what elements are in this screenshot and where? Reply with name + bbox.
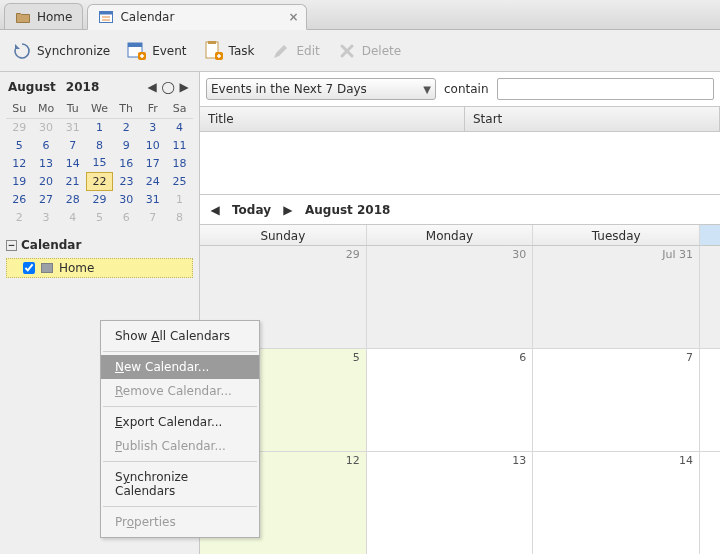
mini-day[interactable]: 16 bbox=[113, 154, 140, 172]
mini-day[interactable]: 7 bbox=[140, 208, 167, 226]
calendar-name: Home bbox=[59, 261, 94, 275]
prev-month-button[interactable]: ◀ bbox=[145, 80, 159, 94]
prev-button[interactable]: ◀ bbox=[208, 203, 222, 217]
context-menu: Show All Calendars New Calendar... Remov… bbox=[100, 320, 260, 538]
column-start[interactable]: Start bbox=[465, 107, 720, 131]
menu-remove-calendar: Remove Calendar... bbox=[101, 379, 259, 403]
mini-day[interactable]: 19 bbox=[6, 172, 33, 190]
next-month-button[interactable]: ▶ bbox=[177, 80, 191, 94]
filter-input[interactable] bbox=[497, 78, 714, 100]
mini-day[interactable]: 6 bbox=[33, 136, 60, 154]
calendar-section-header[interactable]: − Calendar bbox=[6, 232, 193, 252]
menu-synchronize-calendars[interactable]: Synchronize Calendars bbox=[101, 465, 259, 503]
tab-label: Calendar bbox=[120, 10, 174, 24]
mini-dow: Th bbox=[113, 100, 140, 118]
day-cell[interactable]: 14 bbox=[533, 452, 700, 554]
pencil-icon bbox=[270, 40, 292, 62]
svg-rect-8 bbox=[208, 41, 216, 44]
mini-dow: Sa bbox=[166, 100, 193, 118]
mini-day[interactable]: 14 bbox=[59, 154, 86, 172]
mini-day[interactable]: 8 bbox=[86, 136, 113, 154]
edit-button: Edit bbox=[263, 35, 326, 67]
synchronize-button[interactable]: Synchronize bbox=[4, 35, 117, 67]
column-title[interactable]: Title bbox=[200, 107, 465, 131]
mini-day[interactable]: 30 bbox=[113, 190, 140, 208]
new-event-button[interactable]: Event bbox=[119, 35, 193, 67]
mini-day[interactable]: 4 bbox=[166, 118, 193, 136]
mini-day[interactable]: 2 bbox=[113, 118, 140, 136]
calendar-checkbox[interactable] bbox=[23, 262, 35, 274]
menu-new-calendar[interactable]: New Calendar... bbox=[101, 355, 259, 379]
event-list-header: Title Start bbox=[200, 106, 720, 132]
weekday-header: Sunday bbox=[200, 225, 367, 245]
task-icon bbox=[203, 40, 225, 62]
mini-day[interactable]: 30 bbox=[33, 118, 60, 136]
mini-day[interactable]: 3 bbox=[140, 118, 167, 136]
day-cell-partial[interactable] bbox=[700, 246, 720, 348]
mini-day[interactable]: 26 bbox=[6, 190, 33, 208]
mini-day[interactable]: 23 bbox=[113, 172, 140, 190]
event-range-select[interactable]: Events in the Next 7 Days ▼ bbox=[206, 78, 436, 100]
mini-day[interactable]: 6 bbox=[113, 208, 140, 226]
section-label: Calendar bbox=[21, 238, 81, 252]
folder-icon bbox=[15, 9, 31, 25]
mini-day[interactable]: 10 bbox=[140, 136, 167, 154]
calendar-list-item-home[interactable]: Home bbox=[6, 258, 193, 278]
mini-day[interactable]: 7 bbox=[59, 136, 86, 154]
mini-day[interactable]: 20 bbox=[33, 172, 60, 190]
mini-day[interactable]: 31 bbox=[59, 118, 86, 136]
day-cell-partial[interactable] bbox=[700, 349, 720, 451]
mini-day[interactable]: 18 bbox=[166, 154, 193, 172]
mini-day[interactable]: 11 bbox=[166, 136, 193, 154]
month-grid[interactable]: 29 30 Jul 31 5 6 7 12 13 14 bbox=[200, 246, 720, 554]
day-cell-partial[interactable] bbox=[700, 452, 720, 554]
mini-day[interactable]: 3 bbox=[33, 208, 60, 226]
day-cell[interactable]: 7 bbox=[533, 349, 700, 451]
mini-day[interactable]: 21 bbox=[59, 172, 86, 190]
today-label[interactable]: Today bbox=[232, 203, 271, 217]
mini-day[interactable]: 25 bbox=[166, 172, 193, 190]
mini-day[interactable]: 29 bbox=[86, 190, 113, 208]
mini-day[interactable]: 5 bbox=[6, 136, 33, 154]
menu-show-all-calendars[interactable]: Show All Calendars bbox=[101, 324, 259, 348]
menu-separator bbox=[103, 506, 257, 507]
mini-month: August bbox=[8, 80, 56, 94]
mini-calendar-grid[interactable]: SuMoTuWeThFrSa 2930311234567891011121314… bbox=[6, 100, 193, 226]
close-icon[interactable]: × bbox=[288, 10, 298, 24]
day-cell[interactable]: Jul 31 bbox=[533, 246, 700, 348]
mini-day[interactable]: 27 bbox=[33, 190, 60, 208]
button-label: Event bbox=[152, 44, 186, 58]
mini-day[interactable]: 29 bbox=[6, 118, 33, 136]
svg-rect-5 bbox=[128, 43, 142, 47]
mini-day[interactable]: 9 bbox=[113, 136, 140, 154]
mini-day[interactable]: 17 bbox=[140, 154, 167, 172]
mini-day[interactable]: 8 bbox=[166, 208, 193, 226]
mini-day[interactable]: 4 bbox=[59, 208, 86, 226]
mini-day[interactable]: 24 bbox=[140, 172, 167, 190]
mini-day[interactable]: 12 bbox=[6, 154, 33, 172]
today-button[interactable]: ◯ bbox=[161, 80, 175, 94]
new-task-button[interactable]: Task bbox=[196, 35, 262, 67]
mini-day[interactable]: 1 bbox=[166, 190, 193, 208]
mini-day[interactable]: 1 bbox=[86, 118, 113, 136]
tab-calendar[interactable]: Calendar × bbox=[87, 4, 307, 30]
mini-day[interactable]: 22 bbox=[86, 172, 113, 190]
delete-button: Delete bbox=[329, 35, 408, 67]
menu-publish-calendar: Publish Calendar... bbox=[101, 434, 259, 458]
mini-day[interactable]: 2 bbox=[6, 208, 33, 226]
day-cell[interactable]: 13 bbox=[367, 452, 534, 554]
mini-day[interactable]: 5 bbox=[86, 208, 113, 226]
filter-contain-label: contain bbox=[444, 82, 489, 96]
mini-day[interactable]: 31 bbox=[140, 190, 167, 208]
mini-day[interactable]: 28 bbox=[59, 190, 86, 208]
mini-day[interactable]: 13 bbox=[33, 154, 60, 172]
mini-day[interactable]: 15 bbox=[86, 154, 113, 172]
toolbar: Synchronize Event Task Edit Delete bbox=[0, 30, 720, 72]
day-cell[interactable]: 6 bbox=[367, 349, 534, 451]
mini-dow: We bbox=[86, 100, 113, 118]
tab-home[interactable]: Home bbox=[4, 3, 83, 29]
menu-export-calendar[interactable]: Export Calendar... bbox=[101, 410, 259, 434]
weekday-header: Monday bbox=[367, 225, 534, 245]
next-button[interactable]: ▶ bbox=[281, 203, 295, 217]
day-cell[interactable]: 30 bbox=[367, 246, 534, 348]
